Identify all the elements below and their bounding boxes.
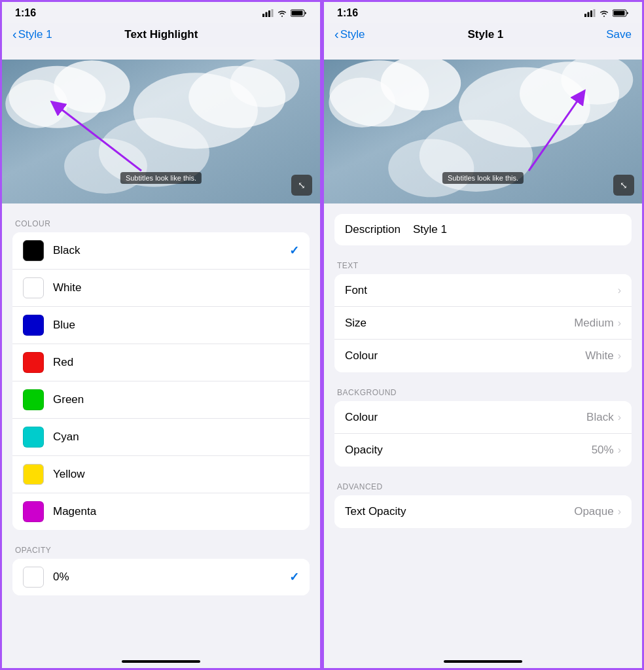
list-item[interactable]: Black ✓ xyxy=(12,232,310,270)
bg-colour-value: Black xyxy=(586,411,614,424)
color-swatch-black xyxy=(23,240,44,261)
bg-opacity-label: Opacity xyxy=(345,444,592,457)
description-field[interactable]: Description Style 1 xyxy=(334,214,632,245)
svg-rect-0 xyxy=(262,14,264,17)
section-opacity-header: OPACITY xyxy=(2,540,320,559)
size-chevron: › xyxy=(618,317,621,329)
list-item[interactable]: Green xyxy=(12,381,310,419)
color-label-blue: Blue xyxy=(53,319,299,332)
back-button-right[interactable]: ‹ Style xyxy=(334,27,365,42)
status-icons-right xyxy=(584,9,629,17)
text-colour-value: White xyxy=(585,349,613,362)
color-swatch-cyan xyxy=(23,427,44,448)
check-opacity: ✓ xyxy=(289,570,299,584)
svg-rect-17 xyxy=(588,12,590,18)
list-item[interactable]: Magenta xyxy=(12,493,310,530)
wifi-icon-right xyxy=(599,9,609,17)
background-list: Colour Black › Opacity 50% › xyxy=(334,401,632,467)
font-chevron: › xyxy=(618,285,621,296)
color-label-white: White xyxy=(53,281,299,294)
status-time-left: 1:16 xyxy=(15,7,36,19)
bg-colour-chevron: › xyxy=(618,412,621,423)
arrow-annotation-right xyxy=(324,60,642,203)
status-bar-left: 1:16 xyxy=(2,2,320,22)
status-time-right: 1:16 xyxy=(337,7,358,19)
color-swatch-magenta xyxy=(23,501,44,522)
svg-rect-5 xyxy=(292,11,303,16)
description-value: Style 1 xyxy=(413,223,447,236)
battery-icon xyxy=(291,9,307,17)
text-opacity-label: Text Opacity xyxy=(345,505,574,518)
colour-list: Black ✓ White Blue Red Green xyxy=(12,232,310,530)
back-label-left: Style 1 xyxy=(18,28,52,41)
list-item[interactable]: Blue xyxy=(12,307,310,344)
bg-colour-label: Colour xyxy=(345,411,586,424)
color-label-red: Red xyxy=(53,356,299,369)
text-opacity-chevron: › xyxy=(618,506,621,518)
left-panel: 1:16 ‹ Sty xyxy=(0,0,322,670)
bg-colour-row[interactable]: Colour Black › xyxy=(334,401,632,434)
arrow-annotation-left xyxy=(2,60,320,203)
home-indicator-left xyxy=(2,655,320,668)
section-bg-header: BACKGROUND xyxy=(324,383,642,401)
save-button-right[interactable]: Save xyxy=(606,28,632,41)
svg-rect-3 xyxy=(272,9,274,17)
home-indicator-right xyxy=(324,655,642,668)
list-item[interactable]: White xyxy=(12,270,310,307)
svg-rect-2 xyxy=(268,10,270,17)
color-label-yellow: Yellow xyxy=(53,468,299,481)
color-label-black: Black xyxy=(53,244,289,257)
opacity-list: 0% ✓ xyxy=(12,559,310,595)
check-black: ✓ xyxy=(289,243,299,258)
svg-rect-21 xyxy=(614,11,625,16)
description-label: Description xyxy=(345,223,401,236)
list-item[interactable]: Cyan xyxy=(12,419,310,456)
opacity-value: 0% xyxy=(53,571,289,584)
color-swatch-white xyxy=(23,277,44,298)
text-colour-row[interactable]: Colour White › xyxy=(334,340,632,372)
bg-opacity-row[interactable]: Opacity 50% › xyxy=(334,434,632,467)
status-bar-right: 1:16 xyxy=(324,2,642,22)
color-label-green: Green xyxy=(53,393,299,406)
color-swatch-blue xyxy=(23,315,44,336)
advanced-list: Text Opacity Opaque › xyxy=(334,495,632,528)
font-label: Font xyxy=(345,284,618,297)
bg-opacity-chevron: › xyxy=(618,444,621,456)
nav-bar-left: ‹ Style 1 Text Highlight xyxy=(2,23,320,47)
text-colour-label: Colour xyxy=(345,349,585,362)
back-button-left[interactable]: ‹ Style 1 xyxy=(12,27,52,42)
text-opacity-row[interactable]: Text Opacity Opaque › xyxy=(334,495,632,528)
section-advanced-header: ADVANCED xyxy=(324,477,642,495)
opacity-swatch xyxy=(23,567,44,588)
right-panel: 1:16 ‹ Style Style 1 xyxy=(322,0,644,670)
svg-rect-16 xyxy=(584,14,586,17)
opacity-item[interactable]: 0% ✓ xyxy=(12,559,310,595)
back-label-right: Style xyxy=(340,28,365,41)
wifi-icon xyxy=(277,9,287,17)
back-chevron-right: ‹ xyxy=(334,27,339,42)
battery-icon-right xyxy=(613,9,629,17)
svg-rect-1 xyxy=(266,12,268,18)
color-swatch-red xyxy=(23,352,44,373)
text-colour-chevron: › xyxy=(618,350,621,362)
section-colour-header: COLOUR xyxy=(2,214,320,232)
font-row[interactable]: Font › xyxy=(334,274,632,307)
back-chevron-left: ‹ xyxy=(12,27,17,42)
svg-rect-19 xyxy=(594,9,596,17)
text-opacity-value: Opaque xyxy=(574,505,614,518)
preview-left: Subtitles look like this. ⤡ xyxy=(2,60,320,203)
content-left: COLOUR Black ✓ White Blue Red xyxy=(2,203,320,655)
color-swatch-green xyxy=(23,389,44,410)
list-item[interactable]: Yellow xyxy=(12,456,310,493)
section-text-header: TEXT xyxy=(324,256,642,274)
size-value: Medium xyxy=(574,317,613,330)
color-label-cyan: Cyan xyxy=(53,431,299,444)
signal-icon xyxy=(262,9,274,17)
svg-line-31 xyxy=(529,96,581,171)
signal-icon-right xyxy=(584,9,596,17)
list-item[interactable]: Red xyxy=(12,344,310,381)
size-label: Size xyxy=(345,317,574,330)
color-label-magenta: Magenta xyxy=(53,505,299,518)
size-row[interactable]: Size Medium › xyxy=(334,307,632,340)
preview-right: Subtitles look like this. ⤡ xyxy=(324,60,642,203)
